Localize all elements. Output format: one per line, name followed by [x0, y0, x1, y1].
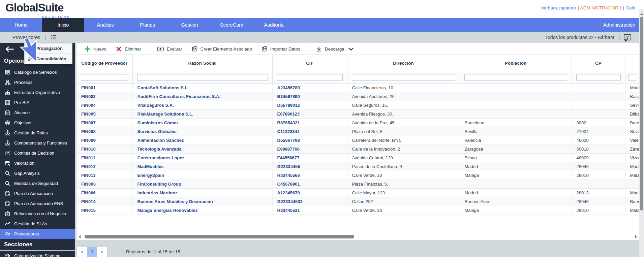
column-header-extra[interactable] — [625, 55, 639, 72]
column-header-codigo-de-proveedor[interactable]: Código de Proveedor — [76, 55, 132, 72]
cell-razon-social[interactable]: VitalSeguros S.A. — [132, 101, 272, 109]
cell-razon-social[interactable]: EnergySpain — [132, 171, 272, 180]
sidebar-item-alcance[interactable]: Alcance — [0, 107, 75, 118]
filter-input-poblacion[interactable] — [464, 74, 567, 81]
scroll-right-arrow-icon[interactable] — [635, 235, 639, 238]
filter-input-cif[interactable] — [277, 74, 343, 81]
sidebar-item-gap-analysis[interactable]: Gap Analysis — [0, 168, 75, 178]
nav-tab-gestion[interactable]: Gestión — [168, 18, 211, 32]
nav-tab-auditoria[interactable]: Auditoría — [253, 18, 295, 32]
cell-codigo-de-proveedor[interactable]: FIN013 — [76, 171, 132, 180]
cell-codigo-de-proveedor[interactable]: FIN010 — [76, 144, 132, 153]
sidebar-item-estructura-organizativa[interactable]: Estructura Organizativa — [0, 87, 75, 97]
horizontal-scrollbar[interactable] — [77, 234, 639, 239]
cell-razon-social[interactable]: ContaSoft Solutions S.L. — [132, 83, 272, 92]
cell-cif[interactable]: C45678901 — [272, 180, 347, 188]
page-prev-button[interactable]: « — [77, 247, 87, 257]
column-header-poblacion[interactable]: Población — [460, 55, 572, 72]
cell-cif[interactable]: G22334455 — [272, 162, 347, 171]
nav-tab-planes[interactable]: Planes — [126, 18, 168, 32]
back-arrow-icon[interactable] — [5, 46, 14, 53]
cell-razon-social[interactable]: AuditFirm Consultores Financieros S.A. — [132, 92, 272, 101]
evaluar-button[interactable]: Evaluar — [152, 43, 187, 55]
cell-razon-social[interactable]: Buenos Aires Muebles y Decoración — [132, 197, 272, 206]
cell-codigo-de-proveedor[interactable]: FIN003 — [76, 180, 132, 188]
cell-razon-social[interactable]: MadMuebles — [132, 162, 272, 171]
nav-tab-home[interactable]: Home — [0, 18, 42, 32]
vertical-scrollbar-thumb[interactable] — [640, 17, 643, 211]
cell-razon-social[interactable]: Industrias Martínez — [132, 188, 272, 197]
cell-cif[interactable]: D55667788 — [272, 136, 347, 144]
cell-cif[interactable]: C11223344 — [272, 127, 347, 136]
cell-cif[interactable]: D56789012 — [272, 101, 347, 109]
cell-cif[interactable]: F44556677 — [272, 153, 347, 162]
cell-razon-social[interactable]: Alimentación Sánchez — [132, 136, 272, 144]
cell-codigo-de-proveedor[interactable]: FIN008 — [76, 127, 132, 136]
cell-razon-social[interactable]: Servicios Globales — [132, 127, 272, 136]
sidebar-item-gestion-de-roles[interactable]: Gestión de Roles — [0, 128, 75, 138]
sidebar-item-categorizacion-sistema[interactable]: Categorización Sistema — [0, 251, 75, 257]
page-next-button[interactable]: » — [97, 247, 107, 257]
column-header-direccion[interactable]: Dirección — [347, 55, 460, 72]
page-number-button[interactable]: 1 — [87, 247, 97, 257]
nav-tab-inicio[interactable]: Inicio — [42, 18, 84, 32]
cell-razon-social[interactable]: Suministros Gómez — [132, 118, 272, 127]
cell-cif[interactable]: A23456789 — [272, 83, 347, 92]
cell-cif[interactable]: H33445521 — [272, 206, 347, 215]
sidebar-item-medidas-de-seguridad[interactable]: Medidas de Seguridad — [0, 178, 75, 188]
filter-input-direccion[interactable] — [352, 74, 455, 81]
filter-input-cp[interactable] — [576, 74, 621, 81]
globalsuite-logo[interactable]: GlobalSuite SOLUTIONS — [5, 1, 63, 14]
cell-codigo-de-proveedor[interactable]: FIN006 — [76, 188, 132, 197]
cell-codigo-de-proveedor[interactable]: FIN004 — [76, 101, 132, 109]
descarga-button[interactable]: Descarga — [311, 43, 359, 55]
filter-input-extra[interactable] — [628, 74, 636, 81]
column-header-cp[interactable]: CP — [572, 55, 625, 72]
cell-codigo-de-proveedor[interactable]: FIN005 — [76, 109, 132, 118]
crear-elemento-asociado-button[interactable]: Crear Elemento Asociado — [187, 43, 257, 55]
importar-datos-button[interactable]: Importar Datos — [257, 43, 305, 55]
sidebar-item-relaciones-con-el-negocio[interactable]: Relaciones con el Negocio — [0, 208, 75, 219]
cell-codigo-de-proveedor[interactable]: FIN002 — [76, 92, 132, 101]
username[interactable]: barbara.zapatero — [541, 5, 576, 10]
nav-tab-administracion[interactable]: Administración — [594, 18, 644, 32]
cell-razon-social[interactable]: FinConsulting Group — [132, 180, 272, 188]
column-header-razon-social[interactable]: Razón Social — [132, 55, 272, 72]
scroll-up-arrow-icon[interactable] — [640, 12, 643, 15]
cell-cif[interactable]: B34567890 — [272, 92, 347, 101]
cell-codigo-de-proveedor[interactable]: FIN011 — [76, 153, 132, 162]
nav-tab-analisis[interactable]: Análisis — [84, 18, 126, 32]
cell-razon-social[interactable]: RiskManage Solutions S.L. — [132, 109, 272, 118]
product-context-label[interactable]: Todos los productos v2 - Bárbara — [545, 35, 614, 40]
vertical-scrollbar[interactable] — [639, 9, 644, 257]
cell-cif[interactable]: E67890123 — [272, 109, 347, 118]
cell-codigo-de-proveedor[interactable]: FIN014 — [76, 197, 132, 206]
scroll-left-arrow-icon[interactable] — [77, 235, 81, 238]
cell-cif[interactable]: E99887766 — [272, 144, 347, 153]
sidebar-item-comites-de-decision[interactable]: Comités de Decisión — [0, 148, 75, 158]
sidebar-item-plan-de-adecuacion-ens[interactable]: Plan de Adecuación ENS — [0, 198, 75, 208]
list-sort-icon[interactable] — [50, 34, 58, 40]
cell-cif[interactable]: A12345678 — [272, 188, 347, 197]
cell-codigo-de-proveedor[interactable]: FIN015 — [76, 206, 132, 215]
eliminar-button[interactable]: Eliminar — [111, 43, 146, 55]
nuevo-button[interactable]: Nuevo — [80, 43, 111, 55]
cell-codigo-de-proveedor[interactable]: FIN009 — [76, 136, 132, 144]
menu-item-consolidacion[interactable]: Consolidación — [25, 54, 72, 64]
sidebar-item-competencias-y-funciones[interactable]: Competencias y Funciones — [0, 138, 75, 148]
sidebar-item-gestion-de-slas[interactable]: Gestión de SLAs — [0, 219, 75, 229]
cell-codigo-de-proveedor[interactable]: FIN001 — [76, 83, 132, 92]
sidebar-item-proveedores[interactable]: Proveedores — [0, 229, 75, 239]
logout-link[interactable]: Salir — [626, 5, 635, 10]
sidebar-item-procesos[interactable]: Procesos — [0, 77, 75, 87]
sidebar-item-pre-bia[interactable]: Pre-BIA — [0, 97, 75, 107]
nav-tab-scorecard[interactable]: ScoreCard — [211, 18, 253, 32]
cell-razon-social[interactable]: Construcciones López — [132, 153, 272, 162]
cell-cif[interactable]: B87654321 — [272, 118, 347, 127]
cell-razon-social[interactable]: Malaga Energías Renovables — [132, 206, 272, 215]
cell-cif[interactable]: H33445566 — [272, 171, 347, 180]
sidebar-item-valoracion[interactable]: Valoración — [0, 158, 75, 168]
help-icon[interactable]: ? — [624, 34, 631, 40]
sidebar-item-objetivos[interactable]: Objetivos — [0, 118, 75, 128]
cell-razon-social[interactable]: Tecnología Avanzada — [132, 144, 272, 153]
